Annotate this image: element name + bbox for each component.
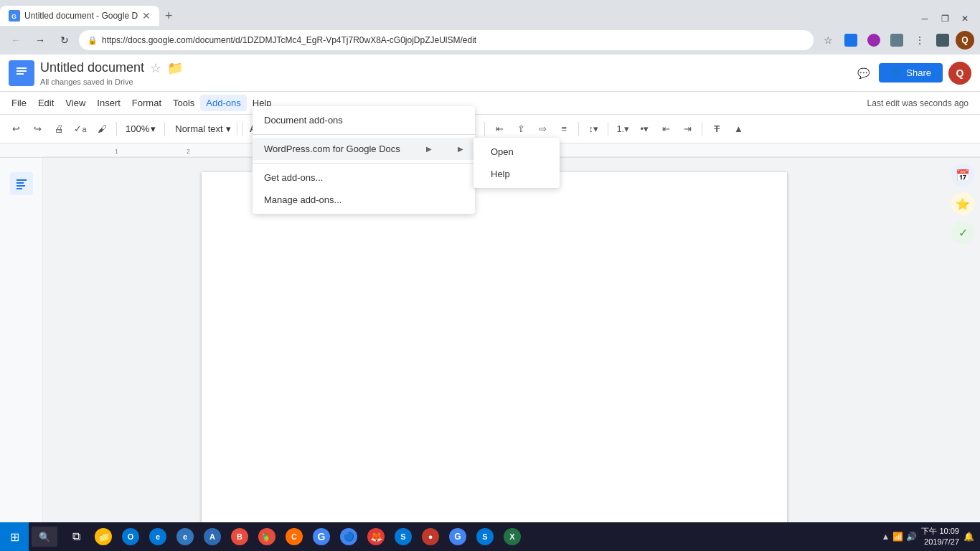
get-addons-item[interactable]: Get add-ons... — [253, 166, 475, 189]
close-button[interactable]: ✕ — [956, 11, 974, 26]
ext4-icon[interactable] — [933, 30, 953, 50]
ext1-icon[interactable] — [841, 30, 861, 50]
document-page[interactable] — [202, 172, 787, 522]
ext3-icon[interactable] — [887, 30, 907, 50]
app17-button[interactable]: X — [499, 524, 525, 550]
active-tab[interactable]: G Untitled document - Google D ✕ — [0, 6, 159, 26]
taskbar-search[interactable]: 🔍 — [32, 527, 57, 547]
app11-button[interactable]: 🔵 — [336, 524, 362, 550]
tab-favicon: G — [9, 10, 20, 22]
keep-icon[interactable]: ⭐ — [951, 192, 974, 215]
doc-canvas[interactable] — [43, 158, 946, 522]
wordpress-help-label: Help — [491, 169, 510, 179]
doc-title-text[interactable]: Untitled document — [40, 60, 144, 75]
app12-button[interactable]: 🦊 — [363, 524, 389, 550]
wordpress-help-item[interactable]: Help — [473, 163, 560, 185]
start-button[interactable]: ⊞ — [0, 522, 29, 551]
calendar-icon[interactable]: 📅 — [951, 164, 974, 187]
align-right-button[interactable]: ⇨ — [532, 119, 552, 139]
numbered-list-button[interactable]: 1.▾ — [613, 119, 633, 139]
volume-icon[interactable]: 🔊 — [906, 532, 917, 542]
app6-button[interactable]: A — [199, 524, 225, 550]
app10-button[interactable]: G — [308, 524, 334, 550]
notification-icon[interactable]: 🔔 — [963, 532, 974, 542]
style-selector[interactable]: Normal text ▾ — [169, 122, 237, 136]
bulleted-list-button[interactable]: •▾ — [634, 119, 654, 139]
menu-edit[interactable]: Edit — [32, 95, 60, 111]
app9-button[interactable]: C — [281, 524, 307, 550]
back-button[interactable]: ← — [6, 30, 26, 50]
menu-view[interactable]: View — [60, 95, 91, 111]
justify-button[interactable]: ≡ — [554, 119, 574, 139]
star-icon[interactable]: ☆ — [150, 60, 161, 76]
print-button[interactable]: 🖨 — [49, 119, 69, 139]
address-bar: ← → ↻ 🔒 https://docs.google.com/document… — [0, 26, 980, 55]
menu-addons[interactable]: Add-ons — [200, 95, 246, 111]
clock-date: 2019/7/27 — [921, 537, 959, 547]
menu-insert[interactable]: Insert — [91, 95, 126, 111]
menu-format[interactable]: Format — [126, 95, 167, 111]
network-icon[interactable]: 📶 — [892, 532, 903, 542]
wordpress-item[interactable]: WordPress.com for Google Docs ▶ — [253, 138, 475, 160]
app13-button[interactable]: S — [390, 524, 416, 550]
restore-button[interactable]: ❐ — [936, 11, 954, 26]
svg-rect-5 — [17, 73, 24, 75]
document-addons-label: Document add-ons — [264, 115, 343, 126]
url-text: https://docs.google.com/document/d/1DZDM… — [102, 35, 476, 45]
taskbar-clock[interactable]: 下午 10:09 2019/7/27 — [921, 526, 959, 548]
doc-title-row: Untitled document ☆ 📁 — [40, 60, 847, 76]
minimize-button[interactable]: ─ — [915, 11, 934, 26]
menu-file[interactable]: File — [6, 95, 32, 111]
new-tab-button[interactable]: + — [159, 6, 179, 26]
profile-button[interactable]: Q — [956, 31, 974, 50]
svg-rect-3 — [17, 67, 27, 69]
tasks-icon[interactable]: ✓ — [951, 221, 974, 244]
align-left-button[interactable]: ⇤ — [489, 119, 509, 139]
undo-button[interactable]: ↩ — [6, 119, 26, 139]
app15-button[interactable]: G — [445, 524, 471, 550]
spellcheck-button[interactable]: ✓a — [70, 119, 90, 139]
app8-button[interactable]: 🦜 — [254, 524, 280, 550]
share-button[interactable]: 👤 Share — [879, 63, 943, 83]
folder-icon[interactable]: 📁 — [167, 60, 183, 76]
bookmark-icon[interactable]: ☆ — [818, 30, 838, 50]
saved-status: All changes saved in Drive — [40, 77, 133, 86]
app7-button[interactable]: B — [227, 524, 253, 550]
redo-button[interactable]: ↪ — [27, 119, 47, 139]
url-bar[interactable]: 🔒 https://docs.google.com/document/d/1DZ… — [79, 30, 814, 50]
task-view-button[interactable]: ⧉ — [63, 524, 89, 550]
forward-button[interactable]: → — [30, 30, 50, 50]
app16-button[interactable]: S — [472, 524, 498, 550]
tray-arrow[interactable]: ▲ — [882, 532, 890, 542]
document-addons-item[interactable]: Document add-ons — [253, 109, 475, 131]
reload-button[interactable]: ↻ — [55, 30, 75, 50]
svg-rect-4 — [17, 70, 27, 72]
more-options-button[interactable]: ▲ — [728, 119, 748, 139]
system-tray: ▲ 📶 🔊 — [882, 532, 918, 542]
manage-addons-item[interactable]: Manage add-ons... — [253, 189, 475, 211]
edge-button[interactable]: e — [145, 524, 171, 550]
tab-close-button[interactable]: ✕ — [142, 10, 151, 22]
paint-format-button[interactable]: 🖌 — [92, 119, 112, 139]
app14-button[interactable]: ● — [418, 524, 443, 550]
edge2-button[interactable]: e — [172, 524, 198, 550]
outline-button[interactable] — [10, 172, 33, 195]
svg-rect-16 — [17, 182, 24, 184]
align-center-button[interactable]: ⇧ — [511, 119, 531, 139]
zoom-selector[interactable]: 100% ▾ — [121, 122, 160, 136]
ext2-icon[interactable] — [864, 30, 884, 50]
share-label: Share — [906, 67, 931, 78]
line-spacing-button[interactable]: ↕▾ — [583, 119, 603, 139]
indent-more-button[interactable]: ⇥ — [677, 119, 697, 139]
user-avatar[interactable]: Q — [948, 62, 971, 85]
wordpress-open-item[interactable]: Open — [473, 141, 560, 163]
settings-icon[interactable]: ⋮ — [910, 30, 930, 50]
indent-less-button[interactable]: ⇤ — [656, 119, 676, 139]
file-explorer-button[interactable]: 📁 — [90, 524, 116, 550]
comments-icon[interactable]: 💬 — [853, 63, 873, 83]
outlook-button[interactable]: O — [118, 524, 143, 550]
separator1 — [253, 134, 475, 135]
menu-tools[interactable]: Tools — [167, 95, 200, 111]
clear-format-button[interactable]: T — [707, 119, 727, 139]
ruler-left — [0, 143, 43, 157]
